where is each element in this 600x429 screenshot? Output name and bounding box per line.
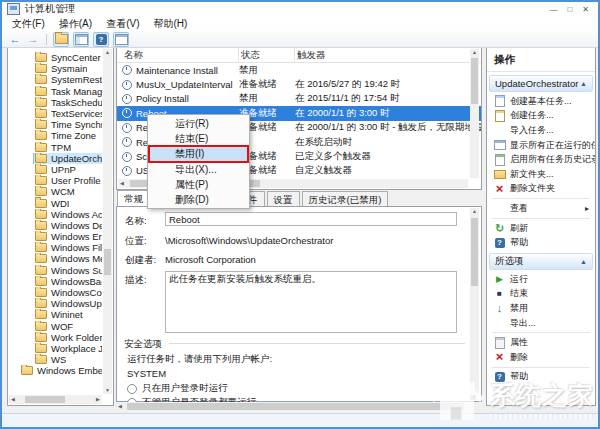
actions-item[interactable]: 查看 — [487, 201, 595, 216]
tree-item[interactable]: UPnP — [8, 164, 102, 175]
tree-item-label: WS — [51, 354, 66, 365]
minimize-button[interactable]: — — [549, 5, 557, 14]
tree-item[interactable]: WDI — [8, 197, 102, 208]
tree-item[interactable]: Workplace Joi — [8, 343, 102, 354]
actions-item[interactable]: 显示所有正在运行的任务 — [487, 138, 595, 153]
back-arrow-icon[interactable]: ← — [8, 33, 22, 46]
tree-item[interactable]: TPM — [8, 142, 102, 153]
close-button[interactable]: ✕ — [582, 5, 589, 14]
help-icon[interactable]: ? — [93, 32, 109, 47]
tree-item[interactable]: WindowsColor — [8, 287, 102, 298]
actions-item[interactable]: 新文件夹... — [487, 167, 595, 182]
actions-item[interactable]: 删除 — [487, 350, 595, 365]
actions-item[interactable]: 创建基本任务... — [487, 94, 595, 109]
column-header[interactable]: 名称 — [122, 48, 239, 62]
tree-item[interactable]: Windows Error — [8, 231, 102, 242]
detail-horizontal-scrollbar[interactable]: ◀ — [116, 402, 482, 412]
location-label: 位置: — [125, 235, 147, 248]
tree-item[interactable]: Task Manager — [8, 86, 102, 97]
tree-item[interactable]: SystemRestore — [8, 74, 102, 85]
task-list-header[interactable]: 名称状态触发器 — [117, 48, 481, 63]
menu-item[interactable]: 查看(V) — [99, 16, 146, 32]
tree-item-label: WDI — [51, 198, 69, 209]
tree-item[interactable]: Windows Filter — [8, 242, 102, 253]
radio-icon — [127, 384, 137, 394]
location-value: \Microsoft\Windows\UpdateOrchestrator — [165, 235, 333, 246]
tree-item[interactable]: Time Synchron — [8, 119, 102, 130]
actions-section-header[interactable]: UpdateOrchestrator ▲ — [489, 75, 593, 92]
actions-item[interactable]: 启用所有任务历史记录 — [487, 152, 595, 167]
tree-item[interactable]: User Profile Se — [8, 175, 102, 186]
folder-icon — [35, 53, 47, 62]
detail-vertical-scrollbar[interactable]: ▲▼ — [470, 208, 479, 400]
context-menu-item[interactable]: 结束(E) — [149, 131, 248, 146]
actions-item[interactable]: 导出... — [487, 316, 595, 331]
radio-run-logged-on[interactable]: 只在用户登录时运行 — [127, 382, 228, 395]
up-folder-icon[interactable] — [53, 32, 69, 47]
actions-section-header[interactable]: 所选项 ▲ — [489, 253, 593, 270]
task-row[interactable]: Maintenance Install 禁用 — [117, 63, 481, 77]
task-trigger-cell: 在 2016/5/27 的 19:42 时 — [295, 78, 481, 91]
tree-item[interactable]: Windows Embedd — [8, 365, 102, 376]
action-pane-icon[interactable] — [113, 32, 129, 47]
forward-arrow-icon[interactable]: → — [26, 33, 40, 46]
context-menu-item[interactable]: 属性(P) — [149, 177, 248, 192]
tree-item[interactable]: SyncCenter — [8, 52, 102, 63]
tree-item[interactable]: Wininet — [8, 309, 102, 320]
tree-item[interactable]: WindowsUpda — [8, 298, 102, 309]
tree-item[interactable]: Windows Activ — [8, 209, 102, 220]
actions-item[interactable]: 导入任务... — [487, 123, 595, 138]
tree-item[interactable]: UpdateOrchest — [8, 153, 102, 164]
detail-tab[interactable]: 历史记录(已禁用) — [302, 191, 389, 206]
actions-item[interactable]: 帮助 — [487, 235, 595, 250]
tree-vertical-scrollbar[interactable]: ▲▼ — [103, 49, 112, 394]
actions-item[interactable]: 结束 — [487, 287, 595, 302]
context-menu-item[interactable]: 删除(D) — [149, 192, 248, 207]
actions-item-icon — [493, 337, 506, 349]
task-row[interactable]: MusUx_UpdateInterval 准备就绪 在 2016/5/27 的 … — [117, 77, 481, 91]
tree-item[interactable]: Windows Medi — [8, 253, 102, 264]
task-name-field[interactable]: Reboot — [165, 212, 457, 226]
app-icon — [7, 3, 20, 15]
tree-item-label: WOF — [51, 321, 73, 332]
tree-item[interactable]: Sysmain — [8, 63, 102, 74]
maximize-button[interactable]: □ — [567, 5, 572, 14]
folder-icon — [35, 277, 47, 286]
console-tree-icon[interactable] — [73, 32, 89, 47]
tree-item[interactable]: Work Folders — [8, 332, 102, 343]
tree-item[interactable]: TaskScheduler — [8, 97, 102, 108]
tree-item[interactable]: WindowsBacku — [8, 276, 102, 287]
actions-item[interactable]: 属性 — [487, 335, 595, 350]
menu-item[interactable]: 帮助(H) — [146, 16, 194, 32]
tree-item-label: WCM — [51, 186, 75, 197]
context-menu-item[interactable]: 禁用(I) — [149, 146, 248, 161]
actions-item[interactable]: 运行 — [487, 272, 595, 287]
actions-item[interactable]: 帮助 — [487, 370, 595, 385]
column-header[interactable]: 状态 — [239, 48, 295, 62]
actions-item[interactable]: 禁用 — [487, 301, 595, 316]
menu-item[interactable]: 操作(A) — [52, 16, 99, 32]
tree-item[interactable]: Windows Defe — [8, 220, 102, 231]
actions-item[interactable]: 刷新 — [487, 221, 595, 236]
folder-icon — [35, 299, 47, 308]
tree-item[interactable]: Time Zone — [8, 130, 102, 141]
tree-item[interactable]: WS — [8, 354, 102, 365]
detail-tab[interactable]: 常规 — [117, 190, 150, 206]
tree-item[interactable]: TextServicesFra — [8, 108, 102, 119]
column-header[interactable]: 触发器 — [295, 48, 481, 62]
tree-item[interactable]: WOF — [8, 321, 102, 332]
task-row[interactable]: Policy Install 禁用 在 2015/11/1 的 17:54 时 — [117, 92, 481, 106]
folder-icon — [35, 165, 47, 174]
tree-item[interactable]: WCM — [8, 186, 102, 197]
menu-item[interactable]: 文件(F) — [5, 16, 52, 32]
description-field[interactable]: 此任务在更新安装后触发系统重启。 — [165, 271, 457, 333]
tree-item[interactable]: Windows Subs — [8, 265, 102, 276]
window-controls: — □ ✕ — [549, 5, 598, 14]
actions-item[interactable]: 删除文件夹 — [487, 182, 595, 197]
detail-tab[interactable]: 设置 — [267, 191, 300, 206]
tree-horizontal-scrollbar[interactable]: ◀▶ — [9, 395, 102, 404]
context-menu-item[interactable]: 运行(R) — [149, 116, 248, 131]
list-vertical-scrollbar[interactable]: ▲ — [470, 49, 479, 178]
context-menu-item[interactable]: 导出(X)... — [149, 162, 248, 177]
actions-item[interactable]: 创建任务... — [487, 109, 595, 124]
